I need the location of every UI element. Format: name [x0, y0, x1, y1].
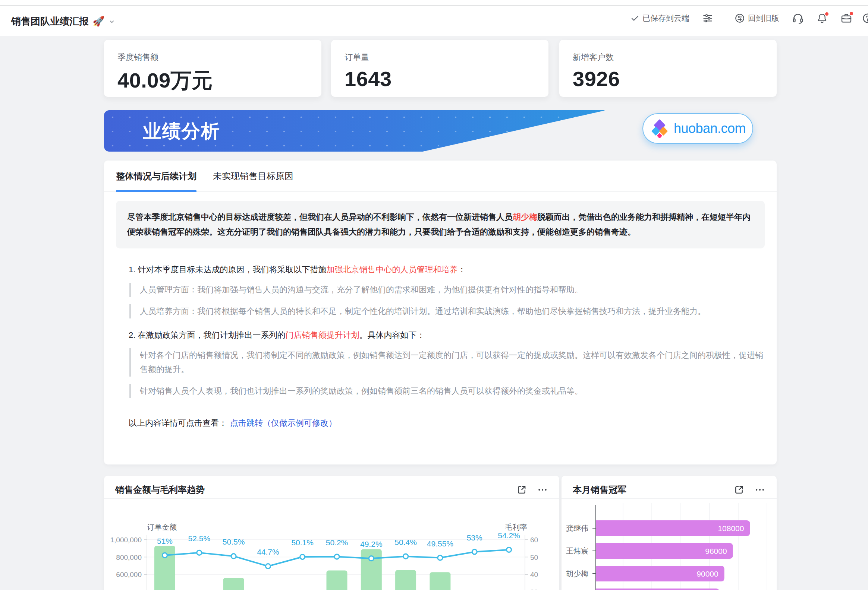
- footer-text: 以上内容详情可点击查看：: [128, 418, 227, 429]
- svg-text:60: 60: [530, 536, 538, 544]
- rocket-emoji-icon: 🚀: [93, 16, 105, 27]
- chevron-down-icon: [108, 18, 115, 25]
- chart-header: 本月销售冠军: [561, 476, 776, 499]
- open-in-new-icon[interactable]: [734, 484, 745, 495]
- notifications-bell-icon[interactable]: [816, 13, 828, 24]
- active-tab-underline: [116, 190, 196, 192]
- svg-text:龚继伟: 龚继伟: [566, 524, 588, 532]
- stat-card-new-customers: 新增客户数 3926: [559, 40, 776, 97]
- back-to-old-version-button[interactable]: 回到旧版: [735, 13, 779, 24]
- huoban-logo-text: huoban.com: [674, 121, 746, 136]
- more-icon[interactable]: [537, 484, 548, 495]
- check-icon: [630, 14, 639, 23]
- tab-label: 整体情况与后续计划: [116, 170, 196, 182]
- banner-title: 业绩分析: [143, 118, 220, 143]
- svg-text:50.4%: 50.4%: [394, 538, 417, 546]
- intro-highlight-name: 胡少梅: [513, 212, 537, 222]
- quote-text: 针对各个门店的销售额情况，我们将制定不同的激励政策，例如销售额达到一定额度的门店…: [140, 350, 763, 374]
- filter-settings-icon[interactable]: [702, 13, 713, 24]
- stat-card-quarter-sales: 季度销售额 40.09万元: [104, 40, 322, 97]
- quote-block: 针对各个门店的销售额情况，我们将制定不同的激励政策，例如销售额达到一定额度的门店…: [129, 348, 765, 377]
- svg-text:44.7%: 44.7%: [257, 547, 279, 556]
- svg-text:王炜宸: 王炜宸: [566, 547, 588, 555]
- chart-header: 销售金额与毛利率趋势: [104, 476, 559, 499]
- stat-card-orders: 订单量 1643: [331, 40, 548, 97]
- svg-text:53%: 53%: [467, 533, 483, 542]
- tab-overall-plan[interactable]: 整体情况与后续计划: [116, 160, 196, 192]
- rank-chart-plot: 龚继伟108000王炜宸96000胡少梅90000: [561, 503, 776, 590]
- svg-text:50: 50: [530, 553, 538, 561]
- measures-list: 1. 针对本季度目标未达成的原因，我们将采取以下措施加强北京销售中心的人员管理和…: [116, 263, 765, 429]
- saved-status-label: 已保存到云端: [642, 13, 689, 24]
- svg-text:52.5%: 52.5%: [188, 534, 211, 543]
- svg-text:49.2%: 49.2%: [360, 540, 382, 548]
- svg-text:51%: 51%: [157, 537, 173, 545]
- stat-label: 订单量: [344, 52, 535, 63]
- stat-label: 季度销售额: [117, 52, 308, 63]
- trend-chart-plot: 订单金额毛利率1,000,000800,000600,0006050403051…: [104, 503, 559, 590]
- intro-highlight-box: 尽管本季度北京销售中心的目标达成进度较差，但我们在人员异动的不利影响下，依然有一…: [116, 201, 765, 249]
- svg-text:胡少梅: 胡少梅: [566, 569, 588, 578]
- svg-text:1,000,000: 1,000,000: [110, 536, 142, 544]
- report-body: 尽管本季度北京销售中心的目标达成进度较差，但我们在人员异动的不利影响下，依然有一…: [104, 192, 776, 429]
- quote-text: 人员管理方面：我们将加强与销售人员的沟通与交流，充分了解他们的需求和困难，为他们…: [140, 285, 583, 294]
- tabs-row: 整体情况与后续计划 未实现销售目标原因: [104, 160, 776, 192]
- intro-text: 尽管本季度北京销售中心的目标达成进度较差，但我们在人员异动的不利影响下，依然有一…: [127, 212, 513, 222]
- topbar: 销售团队业绩汇报 🚀 已保存到云端: [0, 0, 868, 36]
- back-to-old-label: 回到旧版: [748, 13, 779, 24]
- svg-text:50.2%: 50.2%: [326, 538, 348, 547]
- restore-icon: [735, 13, 745, 24]
- open-in-new-icon[interactable]: [516, 484, 527, 495]
- page-title: 销售团队业绩汇报: [11, 15, 89, 28]
- quote-block: 针对销售人员个人表现，我们也计划推出一系列的奖励政策，例如销售额前三名的销售人员…: [129, 384, 765, 398]
- quote-block: 人员管理方面：我们将加强与销售人员的沟通与交流，充分了解他们的需求和困难，为他们…: [129, 283, 765, 297]
- workspace-briefcase-icon[interactable]: [840, 12, 852, 24]
- svg-text:49.55%: 49.55%: [427, 539, 453, 548]
- stat-value: 3926: [573, 67, 763, 91]
- huoban-diamond-logo-icon: [650, 119, 669, 138]
- notification-badge: [824, 12, 829, 16]
- stat-value: 40.09万元: [117, 67, 308, 95]
- section-banner: 业绩分析: [104, 110, 606, 152]
- svg-text:96000: 96000: [705, 547, 727, 555]
- report-footer: 以上内容详情可点击查看： 点击跳转（仅做示例可修改）: [128, 418, 765, 429]
- stat-value: 1643: [344, 67, 535, 91]
- rank-chart-card: 本月销售冠军 龚继伟108000王炜宸96000胡少梅90000: [561, 476, 776, 590]
- chart-title: 销售金额与毛利率趋势: [115, 479, 516, 496]
- report-card: 整体情况与后续计划 未实现销售目标原因 尽管本季度北京销售中心的目标达成进度较差…: [104, 160, 776, 465]
- stat-label: 新增客户数: [573, 52, 763, 63]
- huoban-logo-badge[interactable]: huoban.com: [642, 113, 753, 144]
- svg-text:108000: 108000: [718, 524, 744, 533]
- item1-highlight: 加强北京销售中心的人员管理和培养: [326, 265, 458, 274]
- help-icon[interactable]: [862, 13, 868, 24]
- quote-block: 人员培养方面：我们将根据每个销售人员的特长和不足，制定个性化的培训计划。通过培训…: [129, 304, 765, 318]
- item2-highlight: 门店销售额提升计划: [285, 330, 359, 340]
- svg-text:毛利率: 毛利率: [505, 523, 527, 531]
- saved-status: 已保存到云端: [630, 13, 689, 24]
- toolbar-divider: [724, 13, 724, 24]
- workspace-badge: [849, 11, 854, 16]
- svg-text:800,000: 800,000: [116, 553, 142, 561]
- more-icon[interactable]: [754, 484, 765, 495]
- quote-text: 人员培养方面：我们将根据每个销售人员的特长和不足，制定个性化的培训计划。通过培训…: [140, 306, 706, 316]
- report-title-menu[interactable]: 销售团队业绩汇报 🚀: [11, 15, 115, 28]
- svg-text:30: 30: [530, 588, 538, 590]
- svg-text:600,000: 600,000: [116, 571, 142, 578]
- svg-text:订单金额: 订单金额: [147, 523, 177, 531]
- list-item-1: 1. 针对本季度目标未达成的原因，我们将采取以下措施加强北京销售中心的人员管理和…: [128, 263, 765, 276]
- svg-text:54.2%: 54.2%: [498, 531, 520, 540]
- svg-text:50.1%: 50.1%: [291, 538, 314, 547]
- tab-missed-target-reasons[interactable]: 未实现销售目标原因: [213, 160, 294, 192]
- tab-label: 未实现销售目标原因: [213, 170, 294, 182]
- list-item-2: 2. 在激励政策方面，我们计划推出一系列的门店销售额提升计划。具体内容如下：: [128, 329, 765, 341]
- trend-chart-card: 销售金额与毛利率趋势 订单金额毛利率1,000,000800,000600,00…: [104, 476, 559, 590]
- svg-text:50.5%: 50.5%: [223, 537, 245, 546]
- svg-text:90000: 90000: [697, 569, 718, 578]
- chart-title: 本月销售冠军: [573, 479, 734, 496]
- quote-text: 针对销售人员个人表现，我们也计划推出一系列的奖励政策，例如销售额前三名的销售人员…: [140, 386, 583, 396]
- jump-link[interactable]: 点击跳转（仅做示例可修改）: [230, 418, 337, 429]
- svg-text:40: 40: [530, 571, 538, 578]
- support-headset-icon[interactable]: [792, 12, 804, 24]
